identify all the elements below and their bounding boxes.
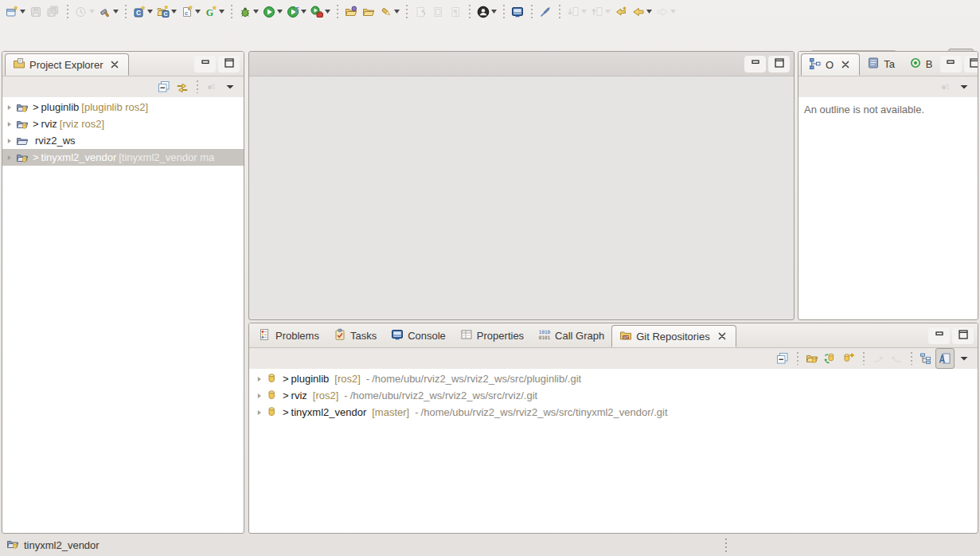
toggle-mark-occurrences-button[interactable] [537, 2, 554, 22]
open-folder-button[interactable] [360, 2, 377, 22]
focus-on-active-task-button[interactable] [203, 77, 221, 96]
right-arrow-icon [655, 6, 670, 18]
dropdown-arrow-icon[interactable] [89, 10, 95, 14]
twistie-icon[interactable] [255, 390, 264, 402]
link-with-editor-button[interactable] [174, 77, 191, 96]
dropdown-arrow-icon[interactable] [219, 10, 225, 14]
save-button[interactable] [27, 2, 45, 22]
tasklist-icon [867, 57, 880, 72]
open-console-button[interactable] [509, 2, 526, 22]
twistie-icon[interactable] [255, 406, 264, 419]
last-edit-location-button[interactable] [612, 2, 630, 22]
tab-git-repositories[interactable]: GITGit Repositories [611, 325, 736, 347]
close-icon[interactable] [839, 58, 852, 71]
flashlight-icon [379, 6, 393, 18]
tab-console[interactable]: Console [384, 323, 453, 347]
dropdown-arrow-icon[interactable] [325, 10, 330, 14]
tab-b[interactable]: B [902, 52, 940, 76]
maximize-button[interactable] [768, 56, 790, 72]
layout-doc-icon [938, 352, 952, 365]
search-button[interactable] [377, 2, 401, 22]
new-green-wizard-button[interactable]: G [202, 2, 226, 22]
run-button[interactable] [260, 2, 284, 22]
next-annotation-button[interactable] [564, 2, 588, 22]
dropdown-arrow-icon[interactable] [605, 10, 611, 14]
view-menu-button[interactable] [955, 77, 973, 96]
editor-action-insert-button[interactable] [412, 2, 429, 22]
new-c-source-file-button[interactable]: c [178, 2, 202, 22]
dropdown-arrow-icon[interactable] [491, 10, 497, 14]
external-tools-button[interactable] [308, 2, 332, 22]
editor-action-block-button[interactable] [429, 2, 447, 22]
tab-call-graph[interactable]: 10100101Call Graph [531, 323, 611, 347]
push-button[interactable] [888, 349, 905, 368]
twistie-icon[interactable] [5, 151, 14, 164]
forward-button[interactable] [654, 2, 677, 22]
tab-tasks[interactable]: Tasks [326, 323, 384, 347]
new-wizard-button[interactable] [3, 2, 27, 22]
minimize-button[interactable] [194, 56, 216, 72]
twistie-icon[interactable] [5, 118, 14, 131]
tree-item-rviz2_ws[interactable]: rviz2_ws [2, 132, 244, 149]
view-menu-button[interactable] [955, 349, 973, 368]
clone-repository-button[interactable] [822, 349, 839, 368]
close-icon[interactable] [716, 330, 728, 343]
new-cpp-class-button[interactable]: C [131, 2, 154, 22]
maximize-button[interactable] [952, 327, 974, 344]
dropdown-arrow-icon[interactable] [301, 10, 306, 14]
minimize-button[interactable] [928, 327, 950, 344]
dropdown-arrow-icon[interactable] [581, 10, 587, 14]
hierarchical-branch-layout-button[interactable] [917, 349, 935, 368]
dropdown-arrow-icon[interactable] [670, 10, 676, 14]
previous-annotation-button[interactable] [588, 2, 612, 22]
tab-ta[interactable]: Ta [860, 52, 902, 76]
status-bar-grip[interactable] [725, 538, 727, 553]
twistie-icon[interactable] [5, 135, 14, 147]
repo-row-rviz[interactable]: > rviz[ros2]-/home/ubu/rviz2_ws/rviz2_ws… [249, 387, 978, 404]
dropdown-arrow-icon[interactable] [171, 10, 177, 14]
launch-history-button[interactable] [72, 2, 96, 22]
dropdown-arrow-icon[interactable] [195, 10, 201, 14]
new-c-project-button[interactable]: C [154, 2, 178, 22]
minimize-button[interactable] [940, 56, 962, 72]
tree-item-tinyxml2_vendor[interactable]: > tinyxml2_vendor[tinyxml2_vendor ma [2, 149, 244, 166]
dropdown-arrow-icon[interactable] [394, 10, 400, 14]
twistie-icon[interactable] [255, 373, 264, 386]
dropdown-arrow-icon[interactable] [113, 10, 119, 14]
back-button[interactable] [630, 2, 654, 22]
maximize-button[interactable] [964, 56, 978, 72]
save-all-button[interactable] [45, 2, 62, 22]
minimize-button[interactable] [744, 56, 766, 72]
tree-item-rviz[interactable]: > rviz[rviz ros2] [2, 116, 244, 132]
maximize-button[interactable] [218, 56, 240, 72]
dropdown-arrow-icon[interactable] [147, 10, 153, 14]
view-menu-button[interactable] [221, 77, 239, 96]
tab-problems[interactable]: Problems [252, 323, 326, 347]
repo-row-pluginlib[interactable]: > pluginlib[ros2]-/home/ubu/rviz2_ws/rvi… [249, 370, 978, 387]
focus-on-active-task-button[interactable] [937, 77, 955, 96]
build-button[interactable] [96, 2, 120, 22]
profile-button[interactable] [284, 2, 308, 22]
main-toolbar: CCcG¶ [0, 0, 980, 23]
toggle-branch-representation-button[interactable] [935, 348, 955, 369]
tab-project-explorer[interactable]: Project Explorer [5, 53, 129, 76]
user-profile-button[interactable] [474, 2, 498, 22]
tree-item-pluginlib[interactable]: > pluginlib[pluginlib ros2] [2, 99, 244, 116]
fetch-button[interactable] [869, 349, 887, 368]
tab-o[interactable]: O [801, 53, 860, 76]
dropdown-arrow-icon[interactable] [20, 10, 25, 14]
collapse-all-button[interactable] [155, 77, 173, 96]
add-repository-button[interactable] [803, 349, 821, 368]
tab-properties[interactable]: Properties [453, 323, 531, 347]
create-repository-button[interactable] [840, 349, 857, 368]
collapse-all-button[interactable] [774, 349, 791, 368]
debug-button[interactable] [236, 2, 260, 22]
show-whitespace-button[interactable]: ¶ [447, 2, 464, 22]
dropdown-arrow-icon[interactable] [253, 10, 259, 14]
twistie-icon[interactable] [5, 101, 14, 114]
repo-row-tinyxml2_vendor[interactable]: > tinyxml2_vendor[master]-/home/ubu/rviz… [249, 404, 978, 421]
dropdown-arrow-icon[interactable] [277, 10, 283, 14]
close-icon[interactable] [108, 58, 121, 71]
load-symbols-button[interactable] [342, 2, 360, 22]
dropdown-arrow-icon[interactable] [646, 10, 652, 14]
